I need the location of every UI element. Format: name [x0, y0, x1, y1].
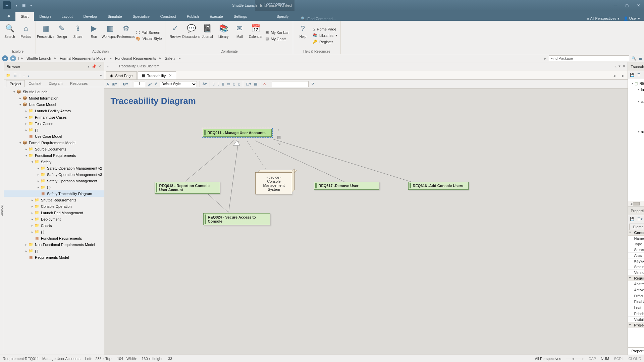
tree-item[interactable]: ▾📦Formal Requirements Model	[4, 139, 104, 146]
diagram-canvas[interactable]: Traceability Diagram REQ011 - Manage Use…	[104, 88, 628, 355]
find-icon[interactable]: 🔍	[632, 56, 636, 60]
req616-box[interactable]: REQ616 -Add Console Users	[408, 182, 469, 190]
tab-close-icon[interactable]: ✕	[169, 73, 172, 78]
run-button[interactable]: ▶Run	[86, 22, 102, 49]
property-group-header[interactable]: General	[628, 230, 644, 236]
ribbon-tab-construct[interactable]: Construct	[155, 12, 181, 21]
quick-link-up-icon[interactable]: ↕	[278, 128, 279, 132]
tree-item[interactable]: ▸📁{ }	[4, 229, 104, 235]
preferences-button[interactable]: ⚙Preferences	[118, 22, 134, 49]
expander-icon[interactable]: ▸	[30, 205, 34, 208]
traceability-hscroll[interactable]: ◄►	[628, 201, 644, 206]
req018-box[interactable]: REQ018 - Report on Console User Account	[155, 182, 220, 194]
device-box[interactable]: «device» Console Management System	[255, 172, 292, 194]
browser-tab-resources[interactable]: Resources	[66, 80, 92, 87]
review-button[interactable]: ✓Review	[167, 22, 183, 49]
trace-item[interactable]: ▸▢REQ024 - Secure Access to Console	[628, 111, 644, 117]
link1-icon[interactable]: ⎌	[233, 82, 235, 86]
tree-item[interactable]: ▾📁Safety	[4, 159, 104, 165]
collapse-left-icon[interactable]: «	[614, 64, 616, 68]
browser-tab-context[interactable]: Context	[25, 80, 45, 87]
journal-button[interactable]: 📓Journal	[200, 22, 215, 49]
expander-icon[interactable]: ▾	[30, 160, 34, 164]
property-group-header[interactable]: Project	[628, 322, 644, 328]
tree-item[interactable]: ▸📁Shuttle Requirements	[4, 197, 104, 203]
tree-item[interactable]: ▾📁Functional Requirements	[4, 152, 104, 159]
expander-icon[interactable]: ▾	[18, 141, 22, 144]
ribbon-tab-design[interactable]: Design	[34, 12, 56, 21]
property-row[interactable]: VisibilityPublic	[628, 317, 644, 322]
expander-icon[interactable]: ▸	[643, 106, 644, 109]
tree-item[interactable]: ▸📁{ }	[4, 248, 104, 254]
expander-icon[interactable]: ▸	[18, 97, 22, 100]
nav-forward-button[interactable]: ►	[10, 55, 16, 61]
gantt-button[interactable]: ▤My Gantt	[264, 36, 291, 42]
ribbon-tab-start[interactable]: Start	[15, 12, 34, 21]
expander-icon[interactable]: ▸	[30, 230, 34, 234]
library-button[interactable]: 📚Library	[216, 22, 231, 49]
expander-icon[interactable]: ▸	[30, 211, 34, 215]
design-button[interactable]: ✎Design	[54, 22, 69, 49]
discussions-button[interactable]: 💬Discussions	[183, 22, 199, 49]
maximize-button[interactable]: ▢	[621, 0, 633, 11]
browser-tab-diagram[interactable]: Diagram	[45, 80, 66, 87]
expander-icon[interactable]: ▸	[643, 124, 644, 127]
register-button[interactable]: 🔑Register	[311, 39, 338, 45]
property-row[interactable]: PriorityHigh	[628, 311, 644, 317]
expander-icon[interactable]: ▸	[30, 198, 34, 202]
fullscreen-button[interactable]: ⛶Full Screen	[135, 30, 163, 35]
trace-item[interactable]: ▾needed by	[628, 129, 644, 135]
nav-back-button[interactable]: ◄	[2, 55, 8, 61]
tree-item[interactable]: ▦Use Case Model	[4, 133, 104, 139]
ribbon-tab-simulate[interactable]: Simulate	[102, 12, 127, 21]
trace-item[interactable]: ▸▢REQ616 -Add Console Users	[628, 123, 644, 129]
calendar-button[interactable]: 📅Calendar	[248, 22, 263, 49]
homepage-button[interactable]: ⌂Home Page	[311, 26, 338, 32]
req024-box[interactable]: REQ024 - Secure Access to Console	[203, 213, 270, 225]
workspace-button[interactable]: ▥Workspace	[102, 22, 118, 49]
trace-item[interactable]: ▸▢REQ617 -Remove User	[628, 105, 644, 111]
tree-item[interactable]: ▸📦Model Information	[4, 95, 104, 101]
req617-box[interactable]: REQ617 -Remove User	[314, 182, 379, 190]
trace-item[interactable]: ▾▢REQ011 - Manage User Accounts	[628, 80, 644, 86]
text-color-icon[interactable]: A▾	[203, 82, 207, 86]
expander-icon[interactable]: ▾	[12, 90, 16, 94]
tree-item[interactable]: ▸📁Test Cases	[4, 120, 104, 127]
ribbon-tab-specify[interactable]: Specify	[271, 12, 294, 21]
trace-item[interactable]: ▾composed of	[628, 99, 644, 105]
expander-icon[interactable]: ▸	[30, 224, 34, 227]
expander-icon[interactable]: ▸	[24, 122, 28, 125]
panel-close-icon[interactable]: ✕	[98, 64, 101, 69]
ribbon-find-command[interactable]: 🔍 Find Command...	[301, 16, 336, 21]
tree-item[interactable]: ▦Requirements Model	[4, 254, 104, 260]
perspectives-menu[interactable]: ◈ All Perspectives ▾	[587, 16, 620, 21]
property-row[interactable]: StatusApproved	[628, 264, 644, 270]
perspective-button[interactable]: ▦Perspective	[38, 22, 53, 49]
tree-icon[interactable]: ☷	[13, 73, 17, 77]
expander-icon[interactable]: ▸	[36, 167, 40, 170]
share-button[interactable]: ⇪Share	[70, 22, 86, 49]
breadcrumb-1[interactable]: Formal Requirements Model	[58, 56, 108, 60]
tree-item[interactable]: ▸📁Console Operation	[4, 203, 104, 209]
libraries-button[interactable]: 📚Libraries ▾	[311, 33, 338, 38]
expander-icon[interactable]: ▾	[631, 82, 635, 85]
new-element-icon[interactable]: ▦	[254, 82, 257, 86]
fill-color-icon[interactable]: ▣▾	[112, 82, 117, 86]
down-icon[interactable]: ↓	[28, 73, 30, 77]
qat-dropdown-icon[interactable]: ▾	[13, 2, 19, 8]
ribbon-tab-settings[interactable]: Settings	[228, 12, 253, 21]
portals-button[interactable]: ⌂Portals	[18, 22, 34, 49]
expander-icon[interactable]: ▾	[24, 154, 28, 157]
tree-item[interactable]: ▸📁Non-Functional Requirements Model	[4, 241, 104, 248]
trace-item[interactable]: ▸웃Launch Director	[628, 93, 644, 99]
kanban-button[interactable]: ▤My Kanban	[264, 29, 291, 35]
expander-icon[interactable]: ▸	[643, 136, 644, 139]
expander-icon[interactable]: ▸	[36, 179, 40, 183]
panel-pin-icon[interactable]: 📌	[92, 64, 96, 69]
tree-item[interactable]: ▾📦Shuttle Launch	[4, 88, 104, 95]
expander-icon[interactable]: ▸	[24, 147, 28, 151]
delete-icon[interactable]: ✕	[263, 82, 266, 86]
save-icon[interactable]: 💾	[630, 73, 635, 77]
align-l-icon[interactable]: ▯	[213, 82, 215, 86]
find-package-input[interactable]	[549, 55, 629, 61]
